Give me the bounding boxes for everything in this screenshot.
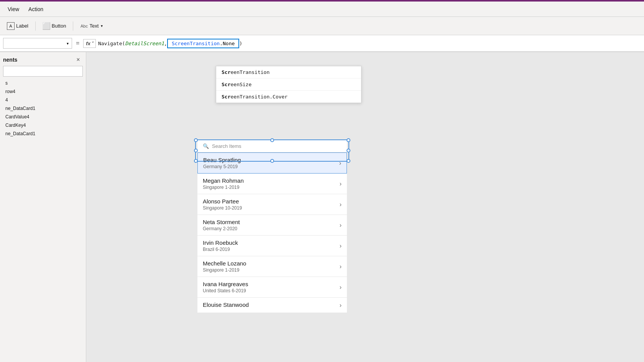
list-item-chevron-5: › bbox=[340, 263, 342, 270]
menu-action[interactable]: Action bbox=[24, 4, 48, 15]
list-item-sub-0: Germany 5-2019 bbox=[203, 164, 339, 169]
formula-param2-rest: None bbox=[223, 41, 235, 46]
autocomplete-highlight-3: Scr bbox=[222, 94, 230, 100]
list-item-name-4: Irvin Roebuck bbox=[203, 239, 340, 246]
autocomplete-item-2[interactable]: ScreenSize bbox=[216, 79, 361, 91]
list-item-content-3: Neta Storment Germany 2-2020 bbox=[203, 219, 340, 231]
list-item-sub-3: Germany 2-2020 bbox=[203, 226, 340, 231]
autocomplete-item-3[interactable]: ScreenTransition.Cover bbox=[216, 91, 361, 103]
list-item-7[interactable]: Elouise Stanwood › bbox=[197, 298, 347, 313]
formula-suffix: ) bbox=[239, 41, 242, 46]
list-item-content-6: Ivana Hargreaves United States 6-2019 bbox=[203, 281, 340, 293]
toolbar-button-text: Button bbox=[52, 23, 66, 29]
list-item-2[interactable]: Alonso Partee Singapore 10-2019 › bbox=[197, 194, 347, 215]
formula-name-field[interactable]: ▾ bbox=[3, 38, 72, 49]
list-item-0[interactable]: Beau Spratling Germany 5-2019 › bbox=[197, 152, 347, 174]
search-icon: 🔍 bbox=[203, 143, 209, 149]
autocomplete-rest-3: eenTransition.Cover bbox=[230, 94, 288, 100]
list-item-name-6: Ivana Hargreaves bbox=[203, 281, 340, 287]
list-item-content-1: Megan Rohman Singapore 1-2019 bbox=[203, 177, 340, 190]
formula-name-chevron: ▾ bbox=[67, 41, 69, 46]
autocomplete-highlight-1: Scr bbox=[222, 69, 230, 75]
list-item-4[interactable]: Irvin Roebuck Brazil 6-2019 › bbox=[197, 236, 347, 256]
menu-bar: View Action bbox=[0, 2, 644, 17]
list-item-name-1: Megan Rohman bbox=[203, 177, 340, 184]
handle-tr bbox=[347, 138, 350, 142]
list-item-content-4: Irvin Roebuck Brazil 6-2019 bbox=[203, 239, 340, 252]
left-sidebar: × nents s row4 4 ne_DataCard1 CardValue4… bbox=[0, 52, 86, 362]
search-text: Search Items bbox=[212, 143, 242, 149]
autocomplete-rest-1: eenTransition bbox=[230, 69, 269, 75]
list-item-chevron-4: › bbox=[340, 242, 342, 249]
menu-view[interactable]: View bbox=[3, 4, 24, 15]
sidebar-item-4[interactable]: 4 bbox=[3, 96, 83, 104]
canvas-area: ScreenTransition ScreenSize ScreenTransi… bbox=[86, 52, 644, 362]
formula-param2-highlighted: ScreenTransition bbox=[172, 41, 220, 46]
list-item-name-5: Mechelle Lozano bbox=[203, 260, 340, 267]
list-item-name-0: Beau Spratling bbox=[203, 157, 339, 163]
list-item-5[interactable]: Mechelle Lozano Singapore 1-2019 › bbox=[197, 256, 347, 277]
list-item-sub-5: Singapore 1-2019 bbox=[203, 267, 340, 273]
formula-fx-button[interactable]: fx ˅ bbox=[83, 39, 96, 48]
list-item-1[interactable]: Megan Rohman Singapore 1-2019 › bbox=[197, 174, 347, 194]
sidebar-item-datacard1[interactable]: ne_DataCard1 bbox=[3, 104, 83, 113]
list-item-chevron-2: › bbox=[340, 201, 342, 208]
sidebar-item-datacardlast[interactable]: ne_DataCard1 bbox=[3, 129, 83, 138]
list-item-sub-2: Singapore 10-2019 bbox=[203, 205, 340, 211]
toolbar-divider-2 bbox=[73, 21, 73, 31]
autocomplete-item-1[interactable]: ScreenTransition bbox=[216, 66, 361, 79]
list-item-name-3: Neta Storment bbox=[203, 219, 340, 225]
toolbar-divider-1 bbox=[35, 21, 36, 31]
preview-list-widget: 🔍 Search Items Beau Spratling Germany 5-… bbox=[197, 140, 347, 313]
toolbar-button-button[interactable]: ⬜ Button bbox=[39, 20, 70, 32]
list-item-sub-1: Singapore 1-2019 bbox=[203, 185, 340, 190]
toolbar-label-button[interactable]: A Label bbox=[3, 20, 32, 32]
formula-param2-dot: . bbox=[220, 41, 223, 46]
toolbar-text-text: Text bbox=[89, 23, 99, 29]
list-container: 🔍 Search Items Beau Spratling Germany 5-… bbox=[197, 140, 347, 313]
list-item-content-5: Mechelle Lozano Singapore 1-2019 bbox=[203, 260, 340, 273]
formula-param1: DetailScreen1 bbox=[125, 41, 164, 46]
autocomplete-rest-2: eenSize bbox=[230, 82, 251, 87]
formula-navigate-text: Navigate( bbox=[98, 41, 125, 46]
list-item-name-2: Alonso Partee bbox=[203, 198, 340, 205]
list-item-content-7: Elouise Stanwood bbox=[203, 301, 340, 309]
list-item-name-7: Elouise Stanwood bbox=[203, 301, 340, 308]
list-item-sub-4: Brazil 6-2019 bbox=[203, 247, 340, 252]
sidebar-item-cardkey4[interactable]: CardKey4 bbox=[3, 121, 83, 129]
sidebar-close-button[interactable]: × bbox=[74, 55, 83, 64]
label-icon: A bbox=[7, 22, 15, 30]
list-item-content-2: Alonso Partee Singapore 10-2019 bbox=[203, 198, 340, 211]
sidebar-item-s[interactable]: s bbox=[3, 79, 83, 87]
list-item-chevron-3: › bbox=[340, 222, 342, 229]
sidebar-item-row4[interactable]: row4 bbox=[3, 87, 83, 96]
text-icon: Abc bbox=[80, 22, 88, 30]
formula-separator: , bbox=[164, 41, 167, 46]
list-item-content-0: Beau Spratling Germany 5-2019 bbox=[203, 157, 339, 169]
list-item-sub-6: United States 6-2019 bbox=[203, 288, 340, 293]
sidebar-title: nents bbox=[3, 55, 83, 66]
list-item-chevron-6: › bbox=[340, 284, 342, 291]
autocomplete-dropdown: ScreenTransition ScreenSize ScreenTransi… bbox=[216, 66, 361, 103]
toolbar-text-button[interactable]: Abc Text ▾ bbox=[76, 20, 107, 32]
formula-fx-label: fx bbox=[86, 41, 90, 46]
formula-fx-caret: ˅ bbox=[91, 41, 93, 46]
formula-bar: ▾ = fx ˅ Navigate( DetailScreen1 , Scree… bbox=[0, 35, 644, 52]
list-item-chevron-7: › bbox=[340, 302, 342, 309]
formula-equals-sign: = bbox=[76, 40, 79, 47]
button-icon: ⬜ bbox=[43, 22, 50, 30]
list-item-chevron-0: › bbox=[339, 160, 341, 167]
formula-highlighted-param[interactable]: ScreenTransition . None bbox=[167, 39, 239, 48]
toolbar-label-text: Label bbox=[16, 23, 28, 29]
handle-br bbox=[347, 159, 350, 163]
autocomplete-highlight-2: Scr bbox=[222, 82, 230, 87]
list-search-row[interactable]: 🔍 Search Items bbox=[197, 140, 347, 152]
list-item-chevron-1: › bbox=[340, 180, 342, 187]
sidebar-search-input[interactable] bbox=[3, 66, 83, 77]
toolbar-text-dropdown-icon: ▾ bbox=[101, 24, 103, 28]
handle-mr bbox=[347, 149, 350, 152]
list-item-3[interactable]: Neta Storment Germany 2-2020 › bbox=[197, 215, 347, 236]
toolbar: A Label ⬜ Button Abc Text ▾ bbox=[0, 17, 644, 35]
sidebar-item-cardvalue4[interactable]: CardValue4 bbox=[3, 113, 83, 121]
list-item-6[interactable]: Ivana Hargreaves United States 6-2019 › bbox=[197, 277, 347, 298]
